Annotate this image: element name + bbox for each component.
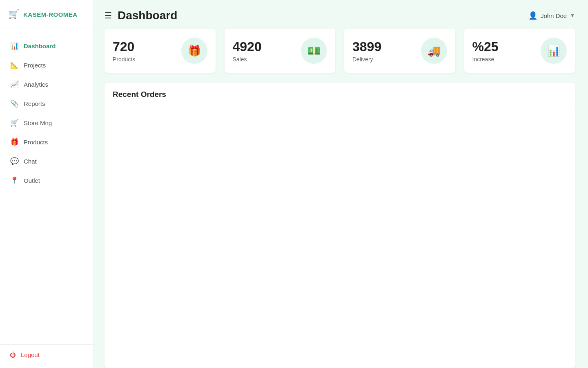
main-content: ☰ Dashboard 👤 John Doe ▼ 720 Products 🎁 … bbox=[93, 0, 588, 368]
stat-card-2: 3899 Delivery 🚚 bbox=[344, 29, 455, 73]
orders-table-section: Recent Orders bbox=[105, 83, 575, 368]
stat-card-1: 4920 Sales 💵 bbox=[225, 29, 336, 73]
nav-icon-chat: 💬 bbox=[10, 157, 19, 166]
user-menu[interactable]: 👤 John Doe ▼ bbox=[528, 11, 575, 20]
sidebar-item-outlet[interactable]: 📍 Outlet bbox=[0, 171, 93, 190]
logout-icon: ⏻ bbox=[10, 351, 16, 358]
logout-button[interactable]: ⏻ Logout bbox=[10, 351, 83, 358]
nav-icon-reports: 📎 bbox=[10, 99, 19, 108]
sidebar-item-store-mng[interactable]: 🛒 Store Mng bbox=[0, 113, 93, 132]
stat-number-0: 720 bbox=[113, 39, 135, 54]
sidebar-navigation: 📊 Dashboard 📐 Projects 📈 Analytics 📎 Rep… bbox=[0, 29, 93, 344]
logo-text: KASEM-ROOMEA bbox=[23, 11, 78, 18]
user-name: John Doe bbox=[541, 12, 567, 19]
stat-number-1: 4920 bbox=[233, 39, 262, 54]
orders-section-title: Recent Orders bbox=[105, 83, 575, 105]
sidebar-logo: 🛒 KASEM-ROOMEA bbox=[0, 0, 93, 29]
topbar-left: ☰ Dashboard bbox=[105, 9, 177, 22]
nav-icon-dashboard: 📊 bbox=[10, 42, 19, 50]
chevron-down-icon: ▼ bbox=[570, 13, 575, 18]
nav-label-products: Products bbox=[24, 139, 48, 146]
stat-icon-1: 💵 bbox=[301, 38, 327, 64]
user-icon: 👤 bbox=[528, 11, 537, 20]
nav-icon-products: 🎁 bbox=[10, 138, 19, 146]
stat-number-2: 3899 bbox=[352, 39, 381, 54]
stat-info-0: 720 Products bbox=[113, 39, 135, 63]
nav-label-store-mng: Store Mng bbox=[24, 119, 52, 126]
hamburger-icon[interactable]: ☰ bbox=[105, 11, 112, 20]
sidebar-item-products[interactable]: 🎁 Products bbox=[0, 132, 93, 152]
stat-label-1: Sales bbox=[233, 56, 262, 63]
nav-label-reports: Reports bbox=[24, 100, 45, 107]
sidebar: 🛒 KASEM-ROOMEA 📊 Dashboard 📐 Projects 📈 … bbox=[0, 0, 93, 368]
stats-cards-row: 720 Products 🎁 4920 Sales 💵 3899 Deliver… bbox=[93, 29, 588, 83]
nav-label-dashboard: Dashboard bbox=[24, 43, 56, 49]
logo-icon: 🛒 bbox=[8, 9, 19, 20]
nav-icon-outlet: 📍 bbox=[10, 176, 19, 185]
stat-info-3: %25 Increase bbox=[472, 39, 499, 63]
stat-card-0: 720 Products 🎁 bbox=[105, 29, 216, 73]
sidebar-item-chat[interactable]: 💬 Chat bbox=[0, 152, 93, 171]
stat-label-2: Delivery bbox=[352, 56, 381, 63]
sidebar-item-analytics[interactable]: 📈 Analytics bbox=[0, 75, 93, 94]
nav-icon-store-mng: 🛒 bbox=[10, 119, 19, 127]
nav-label-chat: Chat bbox=[24, 158, 37, 165]
nav-label-projects: Projects bbox=[24, 62, 46, 69]
nav-label-analytics: Analytics bbox=[24, 81, 48, 88]
sidebar-footer: ⏻ Logout bbox=[0, 344, 93, 368]
topbar: ☰ Dashboard 👤 John Doe ▼ bbox=[93, 0, 588, 29]
stat-card-3: %25 Increase 📊 bbox=[464, 29, 575, 73]
nav-label-outlet: Outlet bbox=[24, 177, 40, 184]
stat-number-3: %25 bbox=[472, 39, 499, 54]
page-title: Dashboard bbox=[118, 9, 177, 22]
stat-info-1: 4920 Sales bbox=[233, 39, 262, 63]
stat-label-0: Products bbox=[113, 56, 135, 63]
sidebar-item-projects[interactable]: 📐 Projects bbox=[0, 56, 93, 75]
stat-label-3: Increase bbox=[472, 56, 499, 63]
nav-icon-projects: 📐 bbox=[10, 61, 19, 70]
stat-icon-2: 🚚 bbox=[421, 38, 447, 64]
sidebar-item-reports[interactable]: 📎 Reports bbox=[0, 94, 93, 113]
logout-label: Logout bbox=[21, 351, 40, 358]
stat-icon-3: 📊 bbox=[541, 38, 567, 64]
stat-info-2: 3899 Delivery bbox=[352, 39, 381, 63]
stat-icon-0: 🎁 bbox=[181, 38, 207, 64]
nav-icon-analytics: 📈 bbox=[10, 80, 19, 89]
sidebar-item-dashboard[interactable]: 📊 Dashboard bbox=[0, 36, 93, 56]
